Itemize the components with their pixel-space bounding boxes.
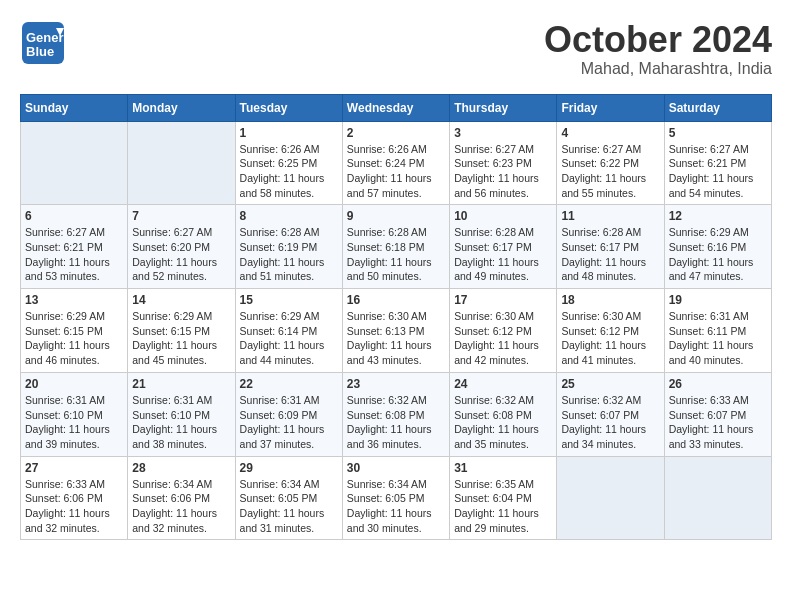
calendar-cell: [557, 456, 664, 540]
day-number: 30: [347, 461, 445, 475]
calendar-cell: 2Sunrise: 6:26 AM Sunset: 6:24 PM Daylig…: [342, 121, 449, 205]
day-info: Sunrise: 6:33 AM Sunset: 6:07 PM Dayligh…: [669, 393, 767, 452]
calendar-header-tuesday: Tuesday: [235, 94, 342, 121]
calendar-cell: 21Sunrise: 6:31 AM Sunset: 6:10 PM Dayli…: [128, 372, 235, 456]
logo: General Blue: [20, 20, 66, 66]
day-info: Sunrise: 6:29 AM Sunset: 6:15 PM Dayligh…: [132, 309, 230, 368]
calendar-cell: 22Sunrise: 6:31 AM Sunset: 6:09 PM Dayli…: [235, 372, 342, 456]
calendar-cell: 23Sunrise: 6:32 AM Sunset: 6:08 PM Dayli…: [342, 372, 449, 456]
day-number: 27: [25, 461, 123, 475]
calendar-week-row: 1Sunrise: 6:26 AM Sunset: 6:25 PM Daylig…: [21, 121, 772, 205]
calendar-cell: [21, 121, 128, 205]
calendar-header-sunday: Sunday: [21, 94, 128, 121]
day-number: 14: [132, 293, 230, 307]
day-number: 12: [669, 209, 767, 223]
day-number: 28: [132, 461, 230, 475]
day-number: 24: [454, 377, 552, 391]
calendar-cell: 20Sunrise: 6:31 AM Sunset: 6:10 PM Dayli…: [21, 372, 128, 456]
day-info: Sunrise: 6:34 AM Sunset: 6:05 PM Dayligh…: [347, 477, 445, 536]
calendar-cell: 30Sunrise: 6:34 AM Sunset: 6:05 PM Dayli…: [342, 456, 449, 540]
day-info: Sunrise: 6:30 AM Sunset: 6:12 PM Dayligh…: [561, 309, 659, 368]
calendar-cell: 15Sunrise: 6:29 AM Sunset: 6:14 PM Dayli…: [235, 289, 342, 373]
title-area: October 2024 Mahad, Maharashtra, India: [544, 20, 772, 78]
day-number: 9: [347, 209, 445, 223]
day-number: 21: [132, 377, 230, 391]
day-info: Sunrise: 6:27 AM Sunset: 6:21 PM Dayligh…: [25, 225, 123, 284]
calendar-cell: 1Sunrise: 6:26 AM Sunset: 6:25 PM Daylig…: [235, 121, 342, 205]
day-info: Sunrise: 6:31 AM Sunset: 6:09 PM Dayligh…: [240, 393, 338, 452]
day-info: Sunrise: 6:29 AM Sunset: 6:16 PM Dayligh…: [669, 225, 767, 284]
day-info: Sunrise: 6:34 AM Sunset: 6:05 PM Dayligh…: [240, 477, 338, 536]
day-info: Sunrise: 6:26 AM Sunset: 6:24 PM Dayligh…: [347, 142, 445, 201]
day-info: Sunrise: 6:31 AM Sunset: 6:11 PM Dayligh…: [669, 309, 767, 368]
day-number: 16: [347, 293, 445, 307]
calendar-cell: 13Sunrise: 6:29 AM Sunset: 6:15 PM Dayli…: [21, 289, 128, 373]
calendar-header-row: SundayMondayTuesdayWednesdayThursdayFrid…: [21, 94, 772, 121]
logo-icon: General Blue: [20, 20, 66, 66]
calendar-cell: 16Sunrise: 6:30 AM Sunset: 6:13 PM Dayli…: [342, 289, 449, 373]
day-info: Sunrise: 6:32 AM Sunset: 6:08 PM Dayligh…: [347, 393, 445, 452]
day-number: 4: [561, 126, 659, 140]
day-info: Sunrise: 6:26 AM Sunset: 6:25 PM Dayligh…: [240, 142, 338, 201]
calendar-cell: [128, 121, 235, 205]
day-info: Sunrise: 6:29 AM Sunset: 6:14 PM Dayligh…: [240, 309, 338, 368]
day-info: Sunrise: 6:27 AM Sunset: 6:20 PM Dayligh…: [132, 225, 230, 284]
day-number: 8: [240, 209, 338, 223]
day-info: Sunrise: 6:34 AM Sunset: 6:06 PM Dayligh…: [132, 477, 230, 536]
day-number: 29: [240, 461, 338, 475]
calendar-cell: 29Sunrise: 6:34 AM Sunset: 6:05 PM Dayli…: [235, 456, 342, 540]
day-info: Sunrise: 6:30 AM Sunset: 6:12 PM Dayligh…: [454, 309, 552, 368]
calendar-cell: 6Sunrise: 6:27 AM Sunset: 6:21 PM Daylig…: [21, 205, 128, 289]
calendar-cell: 7Sunrise: 6:27 AM Sunset: 6:20 PM Daylig…: [128, 205, 235, 289]
day-info: Sunrise: 6:33 AM Sunset: 6:06 PM Dayligh…: [25, 477, 123, 536]
day-number: 31: [454, 461, 552, 475]
day-number: 3: [454, 126, 552, 140]
day-info: Sunrise: 6:27 AM Sunset: 6:22 PM Dayligh…: [561, 142, 659, 201]
day-number: 20: [25, 377, 123, 391]
day-info: Sunrise: 6:29 AM Sunset: 6:15 PM Dayligh…: [25, 309, 123, 368]
calendar-cell: 27Sunrise: 6:33 AM Sunset: 6:06 PM Dayli…: [21, 456, 128, 540]
calendar-header-wednesday: Wednesday: [342, 94, 449, 121]
calendar-header-monday: Monday: [128, 94, 235, 121]
calendar-header-thursday: Thursday: [450, 94, 557, 121]
day-number: 22: [240, 377, 338, 391]
day-number: 18: [561, 293, 659, 307]
location-title: Mahad, Maharashtra, India: [544, 60, 772, 78]
calendar-cell: 26Sunrise: 6:33 AM Sunset: 6:07 PM Dayli…: [664, 372, 771, 456]
calendar-cell: 28Sunrise: 6:34 AM Sunset: 6:06 PM Dayli…: [128, 456, 235, 540]
calendar-cell: 11Sunrise: 6:28 AM Sunset: 6:17 PM Dayli…: [557, 205, 664, 289]
day-info: Sunrise: 6:31 AM Sunset: 6:10 PM Dayligh…: [25, 393, 123, 452]
month-title: October 2024: [544, 20, 772, 60]
day-number: 10: [454, 209, 552, 223]
day-info: Sunrise: 6:27 AM Sunset: 6:21 PM Dayligh…: [669, 142, 767, 201]
calendar-cell: 25Sunrise: 6:32 AM Sunset: 6:07 PM Dayli…: [557, 372, 664, 456]
day-info: Sunrise: 6:30 AM Sunset: 6:13 PM Dayligh…: [347, 309, 445, 368]
svg-text:Blue: Blue: [26, 44, 54, 59]
calendar-cell: 3Sunrise: 6:27 AM Sunset: 6:23 PM Daylig…: [450, 121, 557, 205]
day-number: 2: [347, 126, 445, 140]
day-info: Sunrise: 6:28 AM Sunset: 6:17 PM Dayligh…: [454, 225, 552, 284]
calendar-cell: 4Sunrise: 6:27 AM Sunset: 6:22 PM Daylig…: [557, 121, 664, 205]
day-number: 25: [561, 377, 659, 391]
calendar-cell: 9Sunrise: 6:28 AM Sunset: 6:18 PM Daylig…: [342, 205, 449, 289]
calendar-cell: 14Sunrise: 6:29 AM Sunset: 6:15 PM Dayli…: [128, 289, 235, 373]
day-number: 13: [25, 293, 123, 307]
calendar-cell: 31Sunrise: 6:35 AM Sunset: 6:04 PM Dayli…: [450, 456, 557, 540]
day-info: Sunrise: 6:32 AM Sunset: 6:07 PM Dayligh…: [561, 393, 659, 452]
calendar-week-row: 27Sunrise: 6:33 AM Sunset: 6:06 PM Dayli…: [21, 456, 772, 540]
calendar-cell: 5Sunrise: 6:27 AM Sunset: 6:21 PM Daylig…: [664, 121, 771, 205]
day-info: Sunrise: 6:35 AM Sunset: 6:04 PM Dayligh…: [454, 477, 552, 536]
day-number: 17: [454, 293, 552, 307]
day-info: Sunrise: 6:28 AM Sunset: 6:17 PM Dayligh…: [561, 225, 659, 284]
calendar-cell: 17Sunrise: 6:30 AM Sunset: 6:12 PM Dayli…: [450, 289, 557, 373]
page-header: General Blue October 2024 Mahad, Maharas…: [20, 20, 772, 78]
day-info: Sunrise: 6:28 AM Sunset: 6:18 PM Dayligh…: [347, 225, 445, 284]
calendar-cell: 24Sunrise: 6:32 AM Sunset: 6:08 PM Dayli…: [450, 372, 557, 456]
day-number: 7: [132, 209, 230, 223]
day-number: 23: [347, 377, 445, 391]
calendar-week-row: 6Sunrise: 6:27 AM Sunset: 6:21 PM Daylig…: [21, 205, 772, 289]
calendar-week-row: 13Sunrise: 6:29 AM Sunset: 6:15 PM Dayli…: [21, 289, 772, 373]
day-info: Sunrise: 6:27 AM Sunset: 6:23 PM Dayligh…: [454, 142, 552, 201]
day-number: 15: [240, 293, 338, 307]
calendar-header-friday: Friday: [557, 94, 664, 121]
